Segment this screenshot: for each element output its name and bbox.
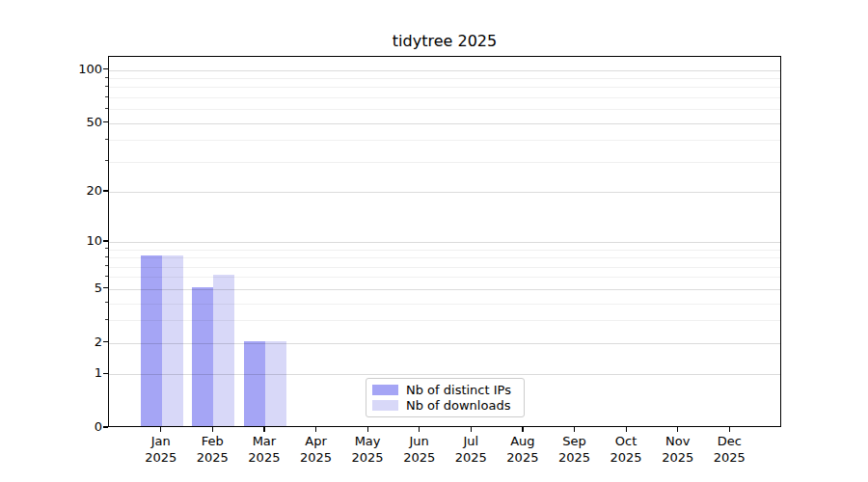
x-tick-mark-nov xyxy=(677,427,678,432)
gridline-y-7 xyxy=(109,267,780,268)
y-minor-tick-4 xyxy=(105,302,108,303)
y-tick-label-5: 5 xyxy=(52,281,102,296)
gridline-y-80 xyxy=(109,87,780,88)
y-tick-mark-5 xyxy=(103,287,108,288)
y-minor-tick-40 xyxy=(105,139,108,140)
y-minor-tick-7 xyxy=(105,265,108,266)
x-tick-label-dec: Dec2025 xyxy=(698,433,760,466)
y-tick-mark-2 xyxy=(103,341,108,342)
x-tick-mark-jul xyxy=(471,427,472,432)
gridline-y-3 xyxy=(109,320,780,321)
gridline-y-60 xyxy=(109,109,780,110)
x-tick-mark-jun xyxy=(419,427,420,432)
legend-item-downloads: Nb of downloads xyxy=(372,398,518,414)
x-tick-mark-jan xyxy=(160,427,161,432)
y-minor-tick-60 xyxy=(105,108,108,109)
y-tick-mark-0 xyxy=(103,426,108,427)
y-tick-label-10: 10 xyxy=(52,233,102,249)
gridline-y-90 xyxy=(109,78,780,79)
y-tick-mark-10 xyxy=(103,240,108,241)
gridline-y-100 xyxy=(109,70,780,71)
gridline-y-4 xyxy=(109,304,780,305)
legend: Nb of distinct IPs Nb of downloads xyxy=(366,378,525,417)
y-tick-label-50: 50 xyxy=(52,115,102,130)
y-tick-label-20: 20 xyxy=(52,183,102,199)
figure: tidytree 2025 0125102050100 Jan2025Feb20… xyxy=(0,0,868,482)
gridline-y-5 xyxy=(109,289,780,290)
x-tick-mark-feb xyxy=(212,427,213,432)
gridline-y-30 xyxy=(109,162,780,163)
gridline-y-9 xyxy=(109,250,780,251)
gridline-y-8 xyxy=(109,257,780,258)
x-tick-mark-mar xyxy=(263,427,264,432)
y-minor-tick-3 xyxy=(105,319,108,320)
gridline-y-70 xyxy=(109,97,780,98)
y-minor-tick-9 xyxy=(105,248,108,249)
x-tick-mark-oct xyxy=(626,427,627,432)
y-minor-tick-6 xyxy=(105,276,108,277)
gridline-y-40 xyxy=(109,140,780,141)
plot-area xyxy=(108,56,781,427)
x-tick-mark-aug xyxy=(522,427,523,432)
gridline-y-20 xyxy=(109,192,780,193)
legend-item-distinct-ips: Nb of distinct IPs xyxy=(372,383,518,398)
y-tick-label-100: 100 xyxy=(52,62,102,77)
y-minor-tick-80 xyxy=(105,86,108,87)
y-tick-mark-50 xyxy=(103,121,108,122)
y-minor-tick-30 xyxy=(105,160,108,161)
chart-title: tidytree 2025 xyxy=(108,32,781,50)
gridline-y-1 xyxy=(109,374,780,375)
x-tick-mark-dec xyxy=(729,427,730,432)
y-tick-label-2: 2 xyxy=(52,335,102,350)
legend-label-distinct-ips: Nb of distinct IPs xyxy=(406,383,511,397)
x-tick-mark-may xyxy=(367,427,368,432)
gridline-y-50 xyxy=(109,123,780,124)
y-tick-mark-20 xyxy=(103,190,108,191)
y-tick-label-1: 1 xyxy=(52,365,102,381)
legend-swatch-distinct-ips xyxy=(372,385,398,395)
y-minor-tick-8 xyxy=(105,256,108,257)
x-tick-mark-sep xyxy=(574,427,575,432)
grid-layer xyxy=(109,57,780,426)
y-minor-tick-70 xyxy=(105,96,108,97)
y-tick-mark-100 xyxy=(103,68,108,69)
legend-label-downloads: Nb of downloads xyxy=(406,398,510,413)
y-tick-mark-1 xyxy=(103,373,108,374)
x-tick-mark-apr xyxy=(315,427,316,432)
gridline-y-2 xyxy=(109,343,780,344)
gridline-y-6 xyxy=(109,277,780,278)
y-minor-tick-90 xyxy=(105,77,108,78)
gridline-y-10 xyxy=(109,242,780,243)
legend-swatch-downloads xyxy=(372,400,398,411)
y-tick-label-0: 0 xyxy=(52,419,102,435)
